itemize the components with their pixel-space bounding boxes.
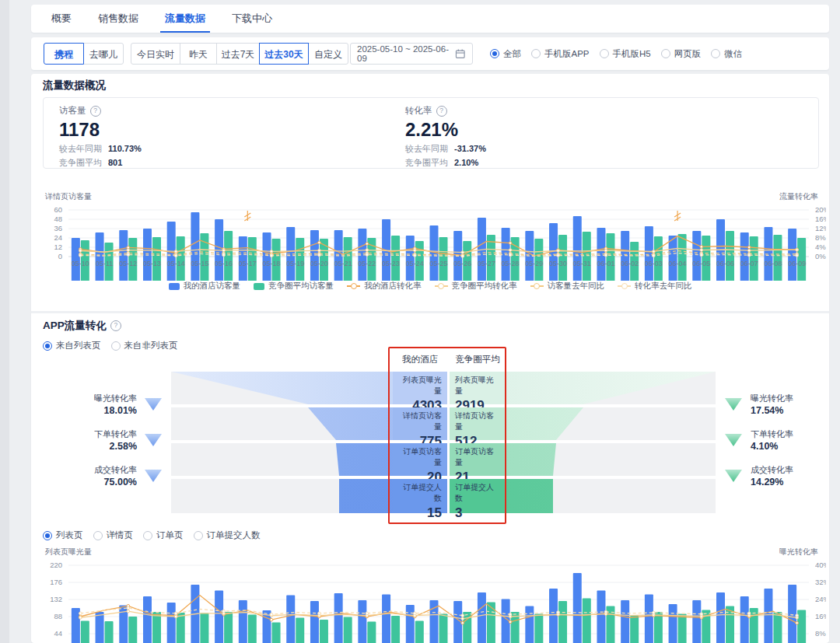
overview-stats-box: 访客量? 1178 较去年同期110.73% 竞争圈平均801 转化率? 2.2… (43, 97, 819, 169)
period-button-3[interactable]: 过去30天 (259, 43, 309, 65)
down-arrow-icon (723, 468, 744, 484)
down-arrow-icon (723, 432, 744, 448)
legend-item-5[interactable]: 转化率去年同比 (618, 281, 692, 292)
page-radio-group: 列表页详情页订单页订单提交人数 (43, 529, 271, 541)
stat-conversion-value: 2.21% (405, 119, 486, 141)
source-radio-1[interactable]: 来自非列表页 (111, 340, 178, 351)
radio-icon (111, 341, 121, 351)
page-radio-0[interactable]: 列表页 (43, 529, 83, 541)
period-button-0[interactable]: 今日实时 (131, 43, 180, 65)
tab-1[interactable]: 销售数据 (98, 5, 138, 33)
legend-line-swatch (435, 283, 448, 290)
source-radio-group: 来自列表页来自非列表页 (43, 340, 188, 351)
platform-radio-3[interactable]: 网页版 (661, 48, 702, 60)
channel-button-0[interactable]: 携程 (44, 43, 84, 65)
legend-item-3[interactable]: 竞争圈平均转化率 (435, 281, 517, 292)
channel-button-1[interactable]: 去哪儿 (83, 43, 124, 65)
date-range-picker[interactable]: 2025-05-10 ~ 2025-06-09 (350, 43, 473, 65)
section-divider (31, 311, 829, 313)
platform-radio-group: 全部手机版APP手机版H5网页版微信 (490, 37, 752, 70)
right-metric-0: 曝光转化率17.54% (751, 392, 836, 417)
radio-icon (490, 49, 499, 58)
right-metric-1: 下单转化率4.10% (751, 428, 836, 453)
yoy-label: 较去年同期 (405, 144, 448, 153)
platform-radio-0[interactable]: 全部 (490, 48, 521, 60)
legend-swatch (254, 283, 264, 290)
left-metric-2: 成交转化率75.00% (59, 463, 137, 488)
traffic-chart-legend: 我的酒店访客量竞争圈平均访客量我的酒店转化率竞争圈平均转化率访客量去年同比转化率… (31, 281, 829, 292)
legend-item-1[interactable]: 竞争圈平均访客量 (254, 281, 334, 292)
yoy-value: 110.73% (108, 144, 142, 153)
right-metric-2: 成交转化率14.29% (751, 463, 836, 488)
yoy-label: 较去年同期 (59, 144, 102, 153)
help-icon[interactable]: ? (90, 106, 101, 117)
calendar-icon (455, 48, 466, 59)
down-arrow-icon (143, 432, 163, 448)
comp-value: 2.10% (454, 158, 478, 167)
platform-radio-1[interactable]: 手机版APP (531, 48, 590, 60)
help-icon[interactable]: ? (110, 320, 121, 331)
stat-conversion-label: 转化率 (405, 105, 432, 117)
yoy-value: -31.37% (454, 144, 486, 153)
highlight-box (388, 347, 506, 524)
section-title-overview: 流量数据概况 (43, 79, 106, 93)
tab-bar: 概要销售数据流量数据下载中心 (31, 5, 829, 33)
help-icon[interactable]: ? (436, 106, 447, 117)
tab-0[interactable]: 概要 (51, 5, 72, 33)
tab-2[interactable]: 流量数据 (165, 5, 205, 33)
down-arrow-icon (143, 468, 163, 484)
stat-visitors: 访客量? 1178 较去年同期110.73% 竞争圈平均801 (59, 105, 142, 169)
radio-icon (143, 531, 152, 540)
radio-icon (43, 531, 52, 540)
page-radio-2[interactable]: 订单页 (143, 529, 184, 541)
down-arrow-icon (723, 397, 744, 412)
legend-line-swatch (618, 283, 631, 290)
legend-item-4[interactable]: 访客量去年同比 (530, 281, 605, 292)
radio-icon (194, 531, 203, 540)
radio-icon (43, 341, 52, 351)
stat-visitors-value: 1178 (59, 119, 142, 141)
down-arrow-icon (143, 397, 163, 412)
left-metric-0: 曝光转化率18.01% (59, 392, 137, 417)
tab-3[interactable]: 下载中心 (232, 5, 272, 33)
comp-label: 竞争圈平均 (405, 158, 448, 167)
channel-switch: 携程去哪儿 (44, 43, 124, 65)
source-radio-0[interactable]: 来自列表页 (43, 340, 101, 351)
page-edge-strip (0, 0, 9, 643)
period-button-2[interactable]: 过去7天 (216, 43, 260, 65)
radio-icon (531, 49, 541, 58)
radio-icon (711, 49, 720, 58)
radio-icon (600, 49, 609, 58)
legend-item-2[interactable]: 我的酒店转化率 (347, 281, 422, 292)
legend-line-swatch (530, 283, 544, 290)
legend-line-swatch (347, 283, 360, 290)
period-switch: 今日实时昨天过去7天过去30天自定义 (131, 43, 348, 65)
page-radio-3[interactable]: 订单提交人数 (194, 529, 261, 541)
comp-value: 801 (108, 158, 122, 167)
page-radio-1[interactable]: 详情页 (93, 529, 134, 541)
left-metric-1: 下单转化率2.58% (59, 428, 137, 453)
filter-bar: 携程去哪儿 今日实时昨天过去7天过去30天自定义 2025-05-10 ~ 20… (31, 37, 829, 70)
legend-swatch (169, 283, 180, 290)
date-range-value: 2025-05-10 ~ 2025-06-09 (357, 44, 455, 63)
radio-icon (661, 49, 670, 58)
period-button-4[interactable]: 自定义 (308, 43, 348, 65)
period-button-1[interactable]: 昨天 (180, 43, 217, 65)
platform-radio-2[interactable]: 手机版H5 (600, 48, 651, 60)
platform-radio-4[interactable]: 微信 (711, 48, 742, 60)
legend-item-0[interactable]: 我的酒店访客量 (169, 281, 241, 292)
radio-icon (93, 531, 103, 540)
stat-visitors-label: 访客量 (59, 105, 86, 117)
comp-label: 竞争圈平均 (59, 158, 102, 167)
traffic-data-dashboard: 概要销售数据流量数据下载中心 携程去哪儿 今日实时昨天过去7天过去30天自定义 … (0, 0, 840, 643)
section-title-app-conversion: APP流量转化? (43, 319, 121, 333)
stat-conversion: 转化率? 2.21% 较去年同期-31.37% 竞争圈平均2.10% (405, 105, 486, 169)
